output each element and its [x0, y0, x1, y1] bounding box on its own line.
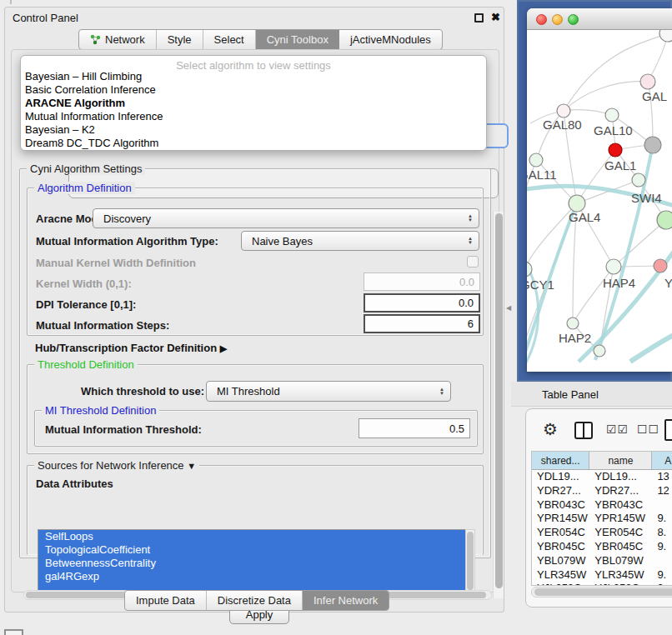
- table-row[interactable]: YBR045CYBR045C9.: [532, 540, 672, 554]
- network-node[interactable]: [605, 108, 619, 122]
- manual-kernel-checkbox[interactable]: [467, 256, 479, 268]
- float-window-icon[interactable]: [474, 13, 484, 22]
- table-cell[interactable]: YBR045C: [589, 540, 652, 554]
- table-row[interactable]: YBR043CYBR043C: [532, 498, 672, 512]
- deselect-all-checks-icon[interactable]: ☐☐: [637, 422, 659, 436]
- tab-jactivemnodules[interactable]: jActiveMNodules: [339, 30, 442, 49]
- network-node[interactable]: [657, 211, 672, 229]
- table-cell[interactable]: YDR27...: [589, 484, 652, 498]
- gear-icon[interactable]: ⚙: [543, 419, 558, 439]
- network-node[interactable]: [529, 153, 543, 167]
- network-node[interactable]: [606, 259, 621, 274]
- network-node[interactable]: [632, 173, 645, 187]
- algorithm-option-dream8-dc-tdc-algorithm[interactable]: Dream8 DC_TDC Algorithm: [24, 137, 483, 150]
- table-cell[interactable]: YDL19...: [589, 470, 652, 484]
- tab-impute-data[interactable]: Impute Data: [125, 591, 207, 610]
- table-cell[interactable]: YLR345W: [532, 568, 589, 582]
- select-all-checks-icon[interactable]: ☑☑: [606, 422, 629, 436]
- table-cell[interactable]: YPR145W: [589, 512, 652, 526]
- column-header-shared-[interactable]: shared...: [532, 452, 589, 469]
- aracne-mode-combo[interactable]: Discovery ▲▼: [93, 208, 479, 228]
- table-cell[interactable]: YBR043C: [532, 498, 589, 512]
- column-header-name[interactable]: name: [589, 452, 652, 469]
- table-cell[interactable]: 8.: [652, 526, 672, 540]
- close-traffic-light[interactable]: [536, 14, 547, 25]
- table-cell[interactable]: 12: [652, 484, 672, 498]
- tab-infer-network[interactable]: Infer Network: [303, 591, 389, 610]
- data-attribute-item[interactable]: SelfLoops: [38, 530, 465, 543]
- table-cell[interactable]: YDL19...: [532, 470, 589, 484]
- table-row[interactable]: YER054CYER054C8.: [532, 526, 672, 540]
- table-horizontal-scrollbar[interactable]: [531, 587, 672, 598]
- algorithm-option-aracne-algorithm[interactable]: ARACNE Algorithm: [24, 97, 483, 110]
- network-node[interactable]: [594, 345, 605, 357]
- table-cell[interactable]: YBL079W: [589, 554, 652, 568]
- table-cell[interactable]: YBL079W: [532, 554, 589, 568]
- network-node[interactable]: [569, 195, 585, 212]
- zoom-traffic-light[interactable]: [568, 14, 579, 25]
- table-row[interactable]: YLR345WYLR345W9.: [532, 568, 672, 582]
- network-node[interactable]: [640, 74, 655, 89]
- table-cell[interactable]: [652, 554, 672, 568]
- export-table-icon[interactable]: [664, 419, 672, 441]
- data-attribute-item[interactable]: gal4RGexp: [38, 570, 465, 583]
- network-window-titlebar[interactable]: [527, 8, 672, 30]
- mi-steps-field[interactable]: [364, 314, 480, 333]
- tab-cyni-toolbox[interactable]: Cyni Toolbox: [256, 30, 339, 49]
- minimized-panel-icon[interactable]: [4, 629, 23, 635]
- tab-style[interactable]: Style: [157, 30, 203, 49]
- hub-definition-toggle[interactable]: Hub/Transcription Factor Definition ▶: [35, 342, 227, 354]
- table-cell[interactable]: [652, 498, 672, 512]
- algorithm-option-basic-correlation-inference[interactable]: Basic Correlation Inference: [24, 83, 483, 97]
- table-cell[interactable]: YLR345W: [589, 568, 652, 582]
- dpi-tolerance-field[interactable]: [364, 293, 480, 312]
- table-row[interactable]: YDL19...YDL19...13: [532, 470, 672, 484]
- node-label: GAL11: [527, 168, 557, 182]
- algorithm-option-bayesian-hill-climbing[interactable]: Bayesian – Hill Climbing: [24, 70, 483, 83]
- table-row[interactable]: YDR27...YDR27...12: [532, 484, 672, 498]
- table-cell[interactable]: YDR27...: [532, 484, 589, 498]
- attribute-list-scrollbar[interactable]: [465, 529, 475, 593]
- table-cell[interactable]: 9.: [652, 582, 672, 586]
- table-row[interactable]: YPR145WYPR145W9.: [532, 512, 672, 526]
- table-cell[interactable]: YJL052C: [589, 582, 652, 586]
- network-node[interactable]: [644, 137, 661, 153]
- split-pane-collapse-icon[interactable]: ◀: [506, 304, 511, 312]
- columns-icon[interactable]: [574, 422, 593, 439]
- stepper-icon: ▲▼: [437, 388, 447, 396]
- mi-algorithm-type-combo[interactable]: Naive Bayes ▲▼: [241, 231, 479, 251]
- table-cell[interactable]: 9.: [652, 568, 672, 582]
- minimize-traffic-light[interactable]: [552, 14, 563, 25]
- data-attributes-list[interactable]: SelfLoopsTopologicalCoefficientBetweenne…: [38, 529, 465, 593]
- which-threshold-combo[interactable]: MI Threshold ▲▼: [206, 381, 451, 402]
- tab-select[interactable]: Select: [203, 30, 256, 49]
- network-node[interactable]: [609, 143, 622, 157]
- data-attribute-item[interactable]: TopologicalCoefficient: [38, 543, 465, 557]
- table-cell[interactable]: YER054C: [532, 526, 589, 540]
- table-cell[interactable]: 13: [652, 470, 672, 484]
- network-node[interactable]: [659, 30, 672, 42]
- table-cell[interactable]: YER054C: [589, 526, 652, 540]
- settings-vertical-scrollbar[interactable]: [493, 212, 504, 598]
- tab-discretize-data[interactable]: Discretize Data: [207, 591, 303, 610]
- network-node[interactable]: [654, 259, 667, 272]
- close-icon[interactable]: ✖: [491, 11, 500, 23]
- network-node[interactable]: [567, 318, 579, 329]
- tab-network[interactable]: Network: [79, 30, 157, 49]
- network-canvas[interactable]: GALGAL80GAL10GAL1GAL11SWI4GAL4GCY1HAP4YH…: [527, 30, 672, 372]
- table-cell[interactable]: 9.: [652, 512, 672, 526]
- network-node[interactable]: [557, 104, 570, 118]
- algorithm-option-bayesian-k2[interactable]: Bayesian – K2: [24, 123, 483, 137]
- table-cell[interactable]: YBR043C: [589, 498, 652, 512]
- column-header-a[interactable]: A: [652, 452, 672, 469]
- data-attribute-item[interactable]: BetweennessCentrality: [38, 557, 465, 570]
- table-row[interactable]: YBL079WYBL079W: [532, 554, 672, 568]
- table-cell[interactable]: YJL052C: [532, 582, 589, 586]
- mi-threshold-field[interactable]: [359, 418, 470, 438]
- kernel-width-field[interactable]: [364, 272, 480, 291]
- algorithm-option-mutual-information-inference[interactable]: Mutual Information Inference: [24, 110, 483, 123]
- table-cell[interactable]: 9.: [652, 540, 672, 554]
- table-row[interactable]: YJL052CYJL052C9.: [532, 582, 672, 586]
- table-cell[interactable]: YBR045C: [532, 540, 589, 554]
- table-cell[interactable]: YPR145W: [532, 512, 589, 526]
